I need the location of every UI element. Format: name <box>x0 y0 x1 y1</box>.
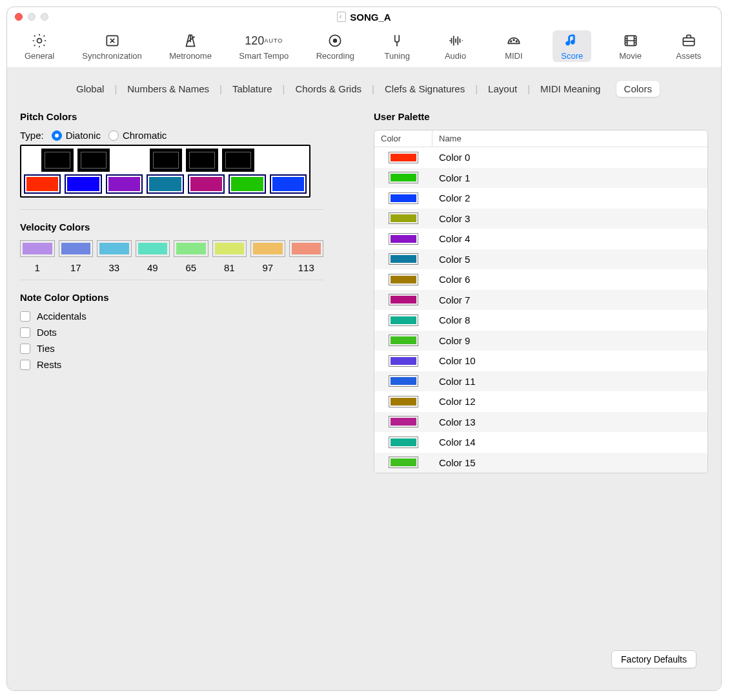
table-row[interactable]: Color 12 <box>374 391 707 412</box>
subtab-numbers-names[interactable]: Numbers & Names <box>119 81 217 97</box>
radio-chromatic[interactable]: Chromatic <box>108 130 167 141</box>
white-key[interactable] <box>65 174 101 194</box>
tab-tuning[interactable]: Tuning <box>378 30 416 62</box>
window-title-text: SONG_A <box>350 12 391 23</box>
velocity-swatch[interactable] <box>20 240 55 257</box>
tab-label: Assets <box>676 51 701 61</box>
palette-swatch[interactable] <box>389 457 418 468</box>
column-name-header[interactable]: Name <box>432 130 707 147</box>
checkbox-ties[interactable]: Ties <box>20 343 354 354</box>
palette-name: Color 7 <box>432 294 707 305</box>
palette-swatch[interactable] <box>389 375 418 387</box>
palette-swatch[interactable] <box>389 253 418 265</box>
tab-label: Metronome <box>169 51 212 61</box>
palette-swatch[interactable] <box>389 172 418 183</box>
table-row[interactable]: Color 7 <box>374 290 707 311</box>
tab-movie[interactable]: Movie <box>611 30 650 62</box>
column-color-header[interactable]: Color <box>374 130 432 147</box>
palette-swatch[interactable] <box>389 437 418 448</box>
tab-audio[interactable]: Audio <box>436 30 475 62</box>
table-row[interactable]: Color 9 <box>374 331 707 351</box>
black-key[interactable] <box>186 149 218 172</box>
palette-swatch[interactable] <box>389 233 418 245</box>
white-key[interactable] <box>188 174 225 194</box>
palette-swatch[interactable] <box>389 355 418 367</box>
subtab-clefs-signatures[interactable]: Clefs & Signatures <box>377 81 473 97</box>
tab-score[interactable]: Score <box>553 30 591 62</box>
tab-general[interactable]: General <box>20 30 59 62</box>
table-row[interactable]: Color 11 <box>374 371 707 392</box>
subtab-tablature[interactable]: Tablature <box>225 81 280 97</box>
black-key[interactable] <box>150 149 182 172</box>
tab-label: Smart Tempo <box>239 51 289 61</box>
checkbox-icon <box>20 360 30 370</box>
palette-swatch[interactable] <box>389 396 418 407</box>
panels: Pitch Colors Type: Diatonic Chromatic <box>20 111 708 641</box>
table-row[interactable]: Color 0 <box>374 147 707 168</box>
tab-synchronization[interactable]: Synchronization <box>78 30 146 62</box>
subtab-midi-meaning[interactable]: MIDI Meaning <box>533 81 608 97</box>
palette-swatch[interactable] <box>389 212 418 224</box>
palette-swatch[interactable] <box>389 294 418 305</box>
velocity-label: 17 <box>59 262 94 273</box>
palette-name: Color 11 <box>432 376 707 387</box>
content-area: Global| Numbers & Names| Tablature| Chor… <box>7 68 721 690</box>
radio-label: Chromatic <box>123 130 167 141</box>
palette-swatch[interactable] <box>389 152 418 163</box>
palette-swatch[interactable] <box>389 335 418 346</box>
palette-swatch[interactable] <box>389 314 418 326</box>
factory-defaults-button[interactable]: Factory Defaults <box>611 650 696 668</box>
subtab-chords-grids[interactable]: Chords & Grids <box>288 81 370 97</box>
white-key[interactable] <box>147 174 183 194</box>
tab-metronome[interactable]: Metronome <box>165 30 216 62</box>
velocity-swatch[interactable] <box>136 240 170 257</box>
palette-name: Color 1 <box>432 172 707 183</box>
white-key[interactable] <box>106 174 143 194</box>
palette-swatch[interactable] <box>389 192 418 204</box>
table-row[interactable]: Color 4 <box>374 229 707 249</box>
tab-midi[interactable]: MIDI <box>494 30 533 62</box>
subtab-colors[interactable]: Colors <box>616 81 660 97</box>
svg-point-0 <box>37 39 42 43</box>
checkbox-accidentals[interactable]: Accidentals <box>20 311 354 322</box>
checkbox-dots[interactable]: Dots <box>20 327 354 338</box>
table-row[interactable]: Color 13 <box>374 412 707 433</box>
white-key[interactable] <box>229 174 265 194</box>
black-key[interactable] <box>222 149 254 172</box>
tab-assets[interactable]: Assets <box>669 30 708 62</box>
velocity-swatch[interactable] <box>289 240 324 257</box>
svg-point-5 <box>513 39 514 41</box>
velocity-swatch[interactable] <box>212 240 247 257</box>
velocity-swatch[interactable] <box>59 240 94 257</box>
left-panel: Pitch Colors Type: Diatonic Chromatic <box>20 111 354 641</box>
radio-diatonic[interactable]: Diatonic <box>52 130 101 141</box>
velocity-swatch[interactable] <box>97 240 132 257</box>
black-key[interactable] <box>41 149 74 172</box>
tab-label: Recording <box>316 51 354 61</box>
waveform-icon <box>447 32 465 50</box>
table-row[interactable]: Color 3 <box>374 209 707 229</box>
velocity-label: 49 <box>136 262 170 273</box>
tab-label: MIDI <box>505 51 522 61</box>
palette-swatch[interactable] <box>389 274 418 285</box>
table-row[interactable]: Color 1 <box>374 168 707 189</box>
tab-smart-tempo[interactable]: 120 AUTO Smart Tempo <box>235 30 292 62</box>
black-key[interactable] <box>77 149 110 172</box>
checkbox-rests[interactable]: Rests <box>20 359 354 370</box>
table-row[interactable]: Color 8 <box>374 310 707 331</box>
table-row[interactable]: Color 5 <box>374 249 707 270</box>
subtab-global[interactable]: Global <box>68 81 112 97</box>
table-row[interactable]: Color 2 <box>374 188 707 209</box>
subtab-layout[interactable]: Layout <box>480 81 525 97</box>
white-key[interactable] <box>24 174 61 194</box>
table-row[interactable]: Color 10 <box>374 351 707 371</box>
white-key[interactable] <box>270 174 307 194</box>
velocity-swatch[interactable] <box>250 240 285 257</box>
palette-swatch[interactable] <box>389 416 418 427</box>
velocity-swatch[interactable] <box>174 240 208 257</box>
tab-recording[interactable]: Recording <box>312 30 358 62</box>
right-panel: User Palette Color Name Color 0Color 1Co… <box>374 111 708 641</box>
table-row[interactable]: Color 15 <box>374 453 707 473</box>
table-row[interactable]: Color 14 <box>374 432 707 453</box>
table-row[interactable]: Color 6 <box>374 269 707 290</box>
